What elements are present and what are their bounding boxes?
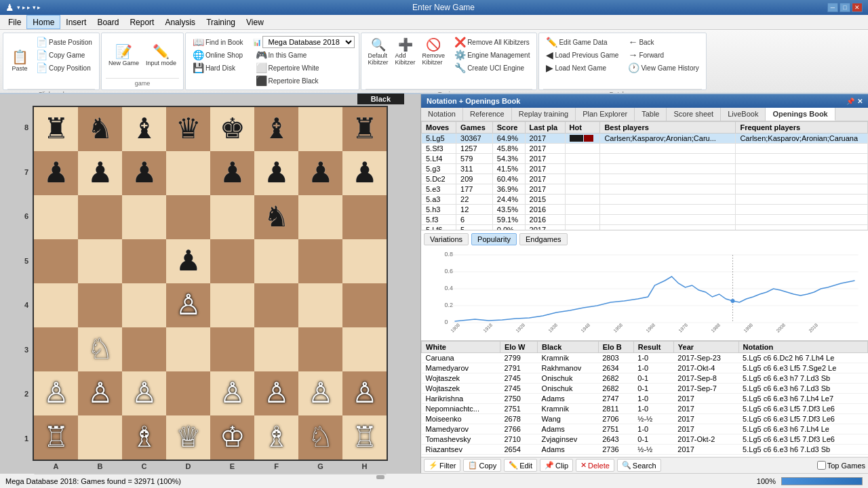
games-col-white[interactable]: White xyxy=(422,342,500,353)
square-B3[interactable]: ♘ xyxy=(78,327,122,371)
square-H5[interactable] xyxy=(342,239,387,283)
square-F3[interactable] xyxy=(254,327,298,371)
square-G8[interactable] xyxy=(298,107,342,151)
square-E4[interactable] xyxy=(210,283,254,327)
edit-game-data-btn[interactable]: ✏️ Edit Game Data xyxy=(543,36,621,48)
edit-btn[interactable]: ✏️ Edit xyxy=(504,459,537,472)
book-row[interactable]: 5.h3 12 43.5% 2016 xyxy=(422,205,868,215)
square-F4[interactable] xyxy=(254,283,298,327)
square-G6[interactable] xyxy=(298,195,342,239)
square-A3[interactable] xyxy=(34,327,78,371)
square-C6[interactable] xyxy=(122,195,166,239)
square-C7[interactable]: ♟ xyxy=(122,151,166,195)
view-history-btn[interactable]: 🕐 View Game History xyxy=(625,62,701,74)
panel-pin-btn[interactable]: 📌 xyxy=(846,98,854,105)
square-A8[interactable]: ♜ xyxy=(34,107,78,151)
panel-close-btn[interactable]: ✕ xyxy=(857,98,863,105)
find-in-book-btn[interactable]: 📖 Find in Book xyxy=(190,36,246,48)
square-E1[interactable]: ♔ xyxy=(210,415,254,460)
square-F6[interactable]: ♞ xyxy=(254,195,298,239)
square-B4[interactable] xyxy=(78,283,122,327)
square-E5[interactable] xyxy=(210,239,254,283)
col-best[interactable]: Best players xyxy=(600,122,736,134)
default-kibitzer-btn[interactable]: 🔍 DefaultKibitzer xyxy=(366,36,391,67)
book-row[interactable]: 5.f3 6 59.1% 2016 xyxy=(422,215,868,225)
book-row[interactable]: 5.e3 177 36.9% 2017 xyxy=(422,184,868,195)
square-H6[interactable] xyxy=(342,195,387,239)
menu-view[interactable]: View xyxy=(241,15,269,29)
game-row[interactable]: Mamedyarov 2766 Adams 2751 1-0 2017 5.Lg… xyxy=(422,424,868,434)
game-row[interactable]: Moiseenko 2678 Wang 2706 ½-½ 2017 5.Lg5 … xyxy=(422,414,868,424)
top-games-checkbox[interactable] xyxy=(817,461,826,470)
square-D7[interactable] xyxy=(166,151,210,195)
square-H8[interactable]: ♜ xyxy=(342,107,387,151)
clip-btn[interactable]: 📌 Clip xyxy=(540,459,573,472)
square-C2[interactable]: ♙ xyxy=(122,371,166,415)
square-A6[interactable] xyxy=(34,195,78,239)
square-E7[interactable]: ♟ xyxy=(210,151,254,195)
menu-home[interactable]: Home xyxy=(26,15,60,29)
square-C3[interactable] xyxy=(122,327,166,371)
hard-disk-btn[interactable]: 💾 Hard Disk xyxy=(190,62,246,74)
game-row[interactable]: Riazantsev 2654 Adams 2736 ½-½ 2017 5.Lg… xyxy=(422,445,868,455)
forward-btn[interactable]: → Forward xyxy=(625,49,701,61)
games-col-elob[interactable]: Elo B xyxy=(598,342,633,353)
game-row[interactable]: Mamedyarov 2791 Rakhmanov 2634 1-0 2017-… xyxy=(422,363,868,373)
maximize-btn[interactable]: □ xyxy=(840,3,850,12)
load-next-btn[interactable]: ▶ Load Next Game xyxy=(543,62,621,74)
chess-board[interactable]: ♜♞♝♛♚♝♜♟♟♟♟♟♟♟♞♟♙♘♙♙♙♙♙♙♙♖♗♕♔♗♘♖ xyxy=(33,106,388,461)
input-mode-btn[interactable]: ✏️ Input mode xyxy=(143,43,179,68)
square-H2[interactable]: ♙ xyxy=(342,371,387,415)
game-row[interactable]: Wojtaszek 2745 Onischuk 2682 0-1 2017-Se… xyxy=(422,373,868,384)
square-D1[interactable]: ♕ xyxy=(166,415,210,460)
games-col-result[interactable]: Result xyxy=(633,342,673,353)
in-this-game-btn[interactable]: 🎮 In this Game xyxy=(253,49,355,61)
square-B2[interactable]: ♙ xyxy=(78,371,122,415)
copy-game-btn[interactable]: 📄 Copy Game xyxy=(33,49,95,61)
col-hot[interactable]: Hot xyxy=(565,122,600,134)
square-E2[interactable]: ♙ xyxy=(210,371,254,415)
square-A2[interactable]: ♙ xyxy=(34,371,78,415)
square-A4[interactable] xyxy=(34,283,78,327)
delete-btn[interactable]: ✕ Delete xyxy=(576,459,614,472)
square-F2[interactable]: ♙ xyxy=(254,371,298,415)
square-E6[interactable] xyxy=(210,195,254,239)
menu-analysis[interactable]: Analysis xyxy=(159,15,201,29)
tab-score-sheet[interactable]: Score sheet xyxy=(667,108,721,121)
copy-position-btn[interactable]: 📄 Copy Position xyxy=(33,62,95,74)
menu-board[interactable]: Board xyxy=(92,15,124,29)
games-col-elow[interactable]: Elo W xyxy=(500,342,537,353)
book-row[interactable]: 5.Dc2 209 60.4% 2017 xyxy=(422,174,868,184)
square-E8[interactable]: ♚ xyxy=(210,107,254,151)
square-B8[interactable]: ♞ xyxy=(78,107,122,151)
square-B7[interactable]: ♟ xyxy=(78,151,122,195)
square-D4[interactable]: ♙ xyxy=(166,283,210,327)
paste-btn[interactable]: 📋 Paste xyxy=(7,49,32,73)
tab-table[interactable]: Table xyxy=(635,108,667,121)
square-D8[interactable]: ♛ xyxy=(166,107,210,151)
square-A5[interactable] xyxy=(34,239,78,283)
square-H3[interactable] xyxy=(342,327,387,371)
book-row[interactable]: 5.a3 22 24.4% 2015 xyxy=(422,195,868,205)
paste-position-btn[interactable]: 📄 Paste Position xyxy=(33,36,95,48)
col-frequent[interactable]: Frequent players xyxy=(736,122,868,134)
game-row[interactable]: Harikrishna 2750 Adams 2747 1-0 2017 5.L… xyxy=(422,394,868,404)
tab-openings-book[interactable]: Openings Book xyxy=(766,108,835,121)
square-H7[interactable]: ♟ xyxy=(342,151,387,195)
menu-insert[interactable]: Insert xyxy=(60,15,92,29)
remove-all-btn[interactable]: ❌ Remove All Kibitzers xyxy=(452,36,532,48)
tab-replay[interactable]: Replay training xyxy=(512,108,576,121)
book-row[interactable]: 5.Lg5 30367 64.9% 2017 Carlsen;Kasparov;… xyxy=(422,134,868,144)
online-shop-btn[interactable]: 🌐 Online Shop xyxy=(190,49,246,61)
repertoire-white-btn[interactable]: ⬜ Repertoire White xyxy=(253,62,355,74)
square-G2[interactable]: ♙ xyxy=(298,371,342,415)
square-C1[interactable]: ♗ xyxy=(122,415,166,460)
col-score[interactable]: Score xyxy=(492,122,525,134)
square-F7[interactable]: ♟ xyxy=(254,151,298,195)
square-A1[interactable]: ♖ xyxy=(34,415,78,460)
square-G4[interactable] xyxy=(298,283,342,327)
square-D3[interactable] xyxy=(166,327,210,371)
col-games[interactable]: Games xyxy=(456,122,493,134)
col-moves[interactable]: Moves xyxy=(422,122,456,134)
tab-reference[interactable]: Reference xyxy=(463,108,512,121)
